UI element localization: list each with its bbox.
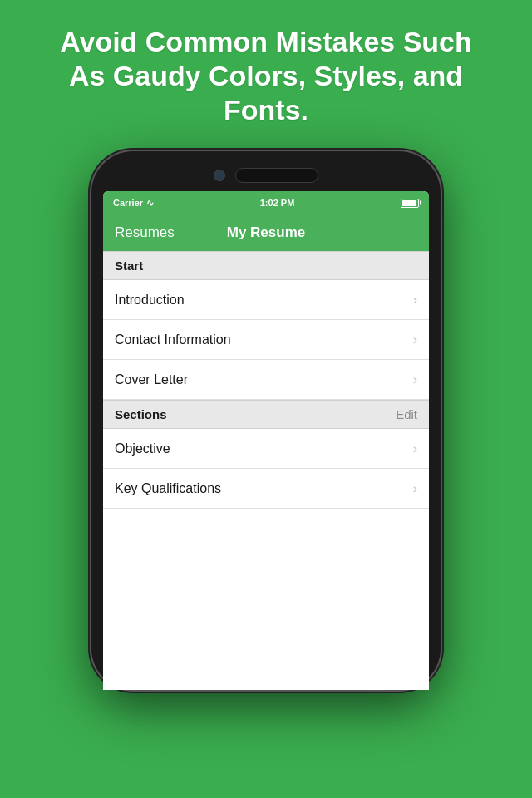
carrier-label: Carrier [113,198,143,208]
front-camera [214,170,225,181]
section-title-sections: Sections [115,407,167,421]
table-row[interactable]: Objective › [103,429,429,469]
battery-fill [402,200,416,206]
status-right [401,199,419,208]
table-row[interactable]: Key Qualifications › [103,469,429,509]
row-label: Contact Information [115,332,231,347]
table-row[interactable]: Cover Letter › [103,360,429,400]
status-time: 1:02 PM [260,198,295,208]
phone-top-hardware [103,168,429,183]
nav-back-button[interactable]: Resumes [115,224,175,241]
nav-bar-inner: Resumes My Resume [115,224,417,241]
chevron-icon: › [413,442,417,456]
row-label: Objective [115,441,170,456]
edit-button[interactable]: Edit [396,407,417,421]
chevron-icon: › [413,293,417,307]
row-label: Introduction [115,293,185,308]
status-bar: Carrier ∿ 1:02 PM [103,191,429,214]
battery-icon [401,199,419,208]
status-left: Carrier ∿ [113,198,154,209]
chevron-icon: › [413,333,417,347]
row-label: Cover Letter [115,372,188,387]
table-row[interactable]: Introduction › [103,280,429,320]
headline-text: Avoid Common Mistakes Such As Gaudy Colo… [0,0,532,143]
nav-bar: Resumes My Resume [103,214,429,251]
phone-frame: Carrier ∿ 1:02 PM Resumes My Resume [91,151,441,690]
row-label: Key Qualifications [115,481,221,496]
table-row[interactable]: Contact Information › [103,320,429,360]
nav-title: My Resume [227,224,305,241]
section-header-sections: Sections Edit [103,400,429,429]
earpiece-speaker [235,168,318,183]
section-title-start: Start [115,259,143,273]
chevron-icon: › [413,373,417,387]
phone-screen: Carrier ∿ 1:02 PM Resumes My Resume [103,191,429,690]
section-header-start: Start [103,251,429,280]
wifi-icon: ∿ [146,198,154,209]
chevron-icon: › [413,482,417,495]
phone-mockup: Carrier ∿ 1:02 PM Resumes My Resume [0,151,532,690]
table-view: Start Introduction › Contact Information… [103,251,429,509]
